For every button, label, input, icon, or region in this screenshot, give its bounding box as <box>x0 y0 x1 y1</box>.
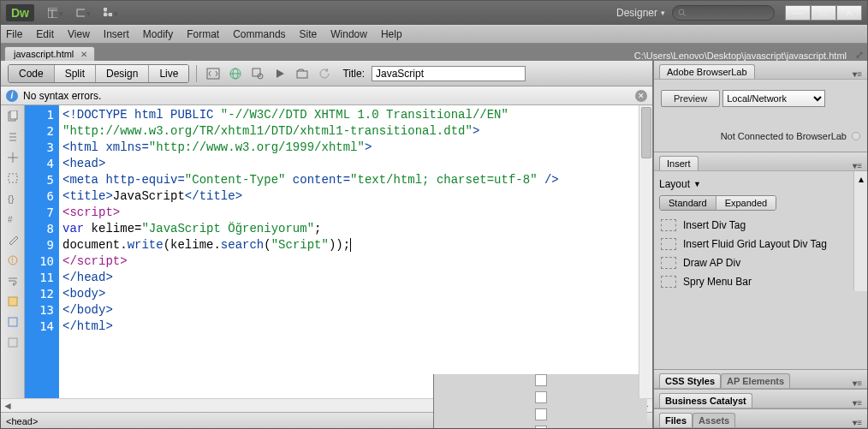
code-area[interactable]: <!DOCTYPE html PUBLIC "-//W3C//DTD XHTML… <box>59 105 639 398</box>
panel-menu-icon[interactable]: ▾≡ <box>853 418 862 427</box>
svg-text:!: ! <box>11 256 14 265</box>
insert-header[interactable]: Insert ▾≡ <box>654 152 867 171</box>
balance-icon[interactable]: {} <box>5 191 21 206</box>
menu-modify[interactable]: Modify <box>143 28 173 40</box>
files-header[interactable]: Files Assets ▾≡ <box>654 409 867 428</box>
close-button[interactable]: ✕ <box>836 5 862 21</box>
file-mgmt-icon[interactable] <box>293 65 312 82</box>
expand-icon[interactable]: ⤢ <box>855 49 864 61</box>
minimize-button[interactable]: — <box>785 5 811 21</box>
open-docs-icon[interactable] <box>5 109 21 124</box>
syntax-close-icon[interactable]: ✕ <box>635 90 647 102</box>
files-tab[interactable]: Files <box>659 413 693 427</box>
insert-panel: Insert ▾≡ Layout ▼ Standard Expanded Ins… <box>654 152 867 370</box>
css-styles-tab[interactable]: CSS Styles <box>659 373 721 388</box>
view-live-button[interactable]: Live <box>149 65 188 82</box>
svg-line-10 <box>683 14 686 16</box>
network-select[interactable]: Local/Network <box>722 90 825 107</box>
assets-tab[interactable]: Assets <box>693 413 735 427</box>
scroll-left-icon[interactable]: ◄ <box>1 399 15 412</box>
svg-text:{}: {} <box>8 194 15 204</box>
panel-menu-icon[interactable]: ▾≡ <box>853 398 862 408</box>
insert-category[interactable]: Layout ▼ <box>659 178 848 190</box>
expanded-button[interactable]: Expanded <box>716 196 776 210</box>
search-icon <box>678 9 687 17</box>
bc-header[interactable]: Business Catalyst ▾≡ <box>654 390 867 408</box>
panels-column: Adobe BrowserLab ▾≡ Preview Local/Networ… <box>653 61 867 429</box>
status-icon-4[interactable] <box>535 426 547 430</box>
collapse-icon[interactable] <box>5 129 21 145</box>
syntax-icon[interactable]: ! <box>5 253 21 268</box>
vertical-scrollbar[interactable] <box>639 105 652 398</box>
menu-help[interactable]: Help <box>381 28 402 40</box>
panel-menu-icon[interactable]: ▾≡ <box>853 161 862 170</box>
document-tab[interactable]: javascript.html ✕ <box>4 46 95 61</box>
insert-category-label: Layout <box>659 178 690 190</box>
menu-view[interactable]: View <box>68 28 90 40</box>
insert-item-div[interactable]: Insert Div Tag <box>659 216 848 235</box>
scrollbar-thumb[interactable] <box>641 107 651 158</box>
document-path: C:\Users\Lenovo\Desktop\javascript\javas… <box>634 51 847 61</box>
browserlab-header[interactable]: Adobe BrowserLab ▾≡ <box>654 61 867 80</box>
highlight-icon[interactable] <box>5 232 21 247</box>
standard-button[interactable]: Standard <box>660 196 716 210</box>
svg-rect-19 <box>10 110 17 119</box>
menu-format[interactable]: Format <box>187 28 219 40</box>
insert-item-apdiv[interactable]: Draw AP Div <box>659 253 848 272</box>
workspace-switcher[interactable]: Designer▾ <box>616 7 665 19</box>
globe-icon[interactable] <box>226 65 245 82</box>
format-icon[interactable] <box>5 335 21 350</box>
extend-icon[interactable] <box>75 6 91 20</box>
css-header[interactable]: CSS Styles AP Elements ▾≡ <box>654 370 867 389</box>
view-design-button[interactable]: Design <box>96 65 149 82</box>
insert-tab[interactable]: Insert <box>659 156 699 170</box>
insert-item-spry[interactable]: Spry Menu Bar <box>659 272 848 291</box>
view-split-button[interactable]: Split <box>55 65 96 82</box>
panel-menu-icon[interactable]: ▾≡ <box>853 378 862 388</box>
title-input[interactable] <box>372 66 526 81</box>
svg-rect-27 <box>9 338 17 347</box>
files-panel: Files Assets ▾≡ <box>654 409 867 429</box>
inspect-icon[interactable] <box>248 65 267 82</box>
browserlab-tab[interactable]: Adobe BrowserLab <box>659 64 755 79</box>
document-toolbar: Code Split Design Live Title: <box>1 61 652 86</box>
menu-file[interactable]: File <box>6 28 22 40</box>
insert-scrollbar[interactable]: ▴ <box>853 171 867 291</box>
refresh-icon[interactable] <box>315 65 334 82</box>
expand-all-icon[interactable] <box>5 150 21 165</box>
line-numbers-icon[interactable]: # <box>5 212 21 227</box>
menu-window[interactable]: Window <box>330 28 367 40</box>
select-parent-icon[interactable] <box>5 170 21 186</box>
live-code-icon[interactable] <box>204 65 223 82</box>
menu-edit[interactable]: Edit <box>36 28 54 40</box>
workspace-label: Designer <box>616 7 657 19</box>
business-catalyst-panel: Business Catalyst ▾≡ <box>654 390 867 409</box>
status-icon-3[interactable] <box>535 408 547 420</box>
menu-site[interactable]: Site <box>300 28 318 40</box>
layout-icon[interactable] <box>48 6 63 20</box>
svg-rect-25 <box>9 297 17 306</box>
titlebar-icons <box>48 6 616 20</box>
snippets-icon[interactable] <box>5 294 21 309</box>
ap-elements-tab[interactable]: AP Elements <box>721 373 790 388</box>
fluid-grid-icon <box>661 238 676 250</box>
play-icon[interactable] <box>271 65 289 82</box>
menu-commands[interactable]: Commands <box>233 28 285 40</box>
tab-close-icon[interactable]: ✕ <box>80 50 87 59</box>
search-box[interactable] <box>672 5 775 21</box>
panel-menu-icon[interactable]: ▾≡ <box>853 69 862 79</box>
wrap-icon[interactable] <box>5 273 21 289</box>
browserlab-status: Not Connected to BrowserLab <box>721 131 847 141</box>
bc-tab[interactable]: Business Catalyst <box>659 393 752 408</box>
preview-button[interactable]: Preview <box>661 90 720 107</box>
indent-icon[interactable] <box>5 314 21 330</box>
insert-item-fluid[interactable]: Insert Fluid Grid Layout Div Tag <box>659 235 848 253</box>
ap-div-icon <box>661 257 676 269</box>
tag-selector[interactable]: <head> <box>6 416 38 426</box>
svg-rect-26 <box>9 318 17 326</box>
svg-rect-17 <box>297 71 307 78</box>
site-icon[interactable] <box>103 6 118 20</box>
view-code-button[interactable]: Code <box>9 65 55 82</box>
maximize-button[interactable]: □ <box>811 5 836 21</box>
menu-insert[interactable]: Insert <box>104 28 129 40</box>
